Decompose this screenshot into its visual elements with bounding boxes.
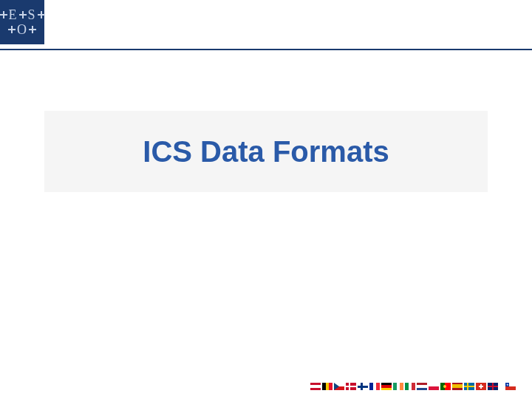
star-icon bbox=[0, 11, 7, 18]
flag-pol-icon bbox=[429, 383, 439, 390]
footer-flags bbox=[310, 383, 516, 390]
flag-che-icon bbox=[476, 383, 486, 390]
flag-esp-icon bbox=[452, 383, 463, 390]
eso-logo-row1: E S bbox=[0, 8, 45, 21]
flag-dnk-icon bbox=[346, 383, 356, 390]
star-icon bbox=[38, 11, 45, 18]
star-icon bbox=[29, 26, 36, 33]
flag-spacer bbox=[499, 383, 504, 390]
eso-logo-row2: O bbox=[8, 23, 36, 36]
flag-gbr-icon bbox=[488, 383, 498, 390]
flag-bel-icon bbox=[322, 383, 332, 390]
logo-letter-o: O bbox=[17, 23, 27, 36]
flag-ita-icon bbox=[405, 383, 415, 390]
flag-fin-icon bbox=[358, 383, 368, 390]
flag-deu-icon bbox=[381, 383, 392, 390]
flag-swe-icon bbox=[464, 383, 474, 390]
flag-aut-icon bbox=[310, 383, 321, 390]
star-icon bbox=[19, 11, 27, 18]
logo-letter-s: S bbox=[28, 8, 36, 21]
slide-title: ICS Data Formats bbox=[143, 135, 389, 168]
eso-logo: E S O bbox=[0, 0, 44, 44]
flag-cze-icon bbox=[334, 383, 344, 390]
flag-irl-icon bbox=[393, 383, 403, 390]
star-icon bbox=[8, 26, 16, 33]
flag-fra-icon bbox=[369, 383, 380, 390]
header: E S O bbox=[0, 0, 532, 50]
logo-letter-e: E bbox=[9, 8, 18, 21]
flag-chl-icon bbox=[505, 383, 516, 390]
title-band: ICS Data Formats bbox=[44, 111, 488, 192]
flag-nld-icon bbox=[417, 383, 427, 390]
flag-prt-icon bbox=[440, 383, 451, 390]
